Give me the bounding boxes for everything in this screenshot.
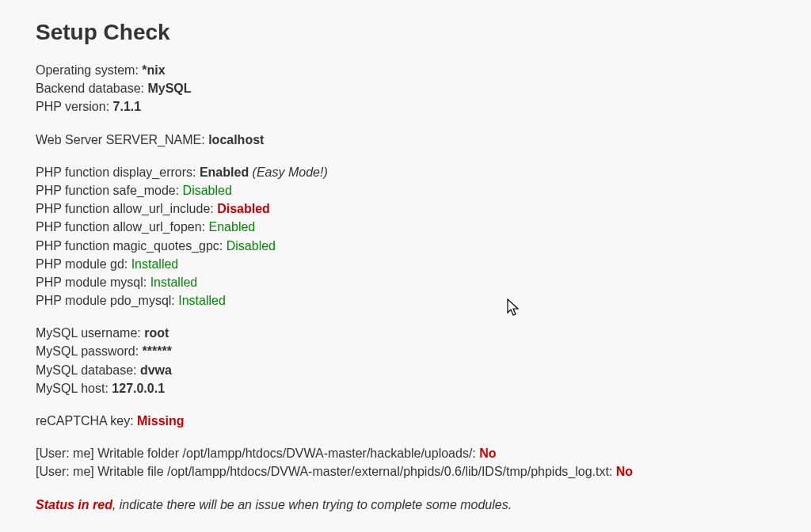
mysql-user-value: root (144, 326, 169, 340)
mysql-host-value: 127.0.0.1 (112, 382, 165, 395)
status-note: Status in red, indicate there will be an… (36, 496, 775, 514)
phpver-value: 7.1.1 (113, 100, 142, 113)
allow-url-include-value: Disabled (217, 202, 270, 215)
recaptcha-label: reCAPTCHA key: (36, 414, 137, 428)
recaptcha-block: reCAPTCHA key: Missing (36, 412, 775, 430)
allow-url-include-label: PHP function allow_url_include: (36, 202, 217, 215)
pdo-label: PHP module pdo_mysql: (36, 294, 178, 307)
mysql-db-label: MySQL database: (36, 363, 140, 377)
magic-quotes-value: Disabled (227, 239, 276, 253)
display-errors-value: Enabled (200, 165, 249, 179)
php-functions-block: PHP function display_errors: Enabled (Ea… (36, 163, 775, 310)
writable-block: [User: me] Writable folder /opt/lampp/ht… (36, 444, 775, 481)
db-value: MySQL (147, 82, 191, 95)
writable-folder-label: [User: me] Writable folder /opt/lampp/ht… (36, 446, 479, 460)
os-label: Operating system: (36, 63, 142, 77)
mysql-host-label: MySQL host: (36, 382, 112, 395)
servername-value: localhost (208, 133, 264, 146)
servername-label: Web Server SERVER_NAME: (36, 133, 208, 146)
db-label: Backend database: (36, 82, 147, 95)
mysql-mod-label: PHP module mysql: (36, 276, 150, 289)
writable-file-value: No (616, 465, 633, 478)
status-prefix: Status in red (36, 498, 112, 511)
allow-url-fopen-label: PHP function allow_url_fopen: (36, 220, 209, 234)
display-errors-note: (Easy Mode!) (249, 165, 328, 179)
display-errors-label: PHP function display_errors: (36, 165, 200, 179)
mysql-db-value: dvwa (140, 363, 172, 377)
mysql-pass-label: MySQL password: (36, 344, 143, 358)
phpver-label: PHP version: (36, 100, 113, 113)
writable-file-label: [User: me] Writable file /opt/lampp/htdo… (36, 465, 616, 478)
gd-value: Installed (131, 257, 179, 271)
system-info-block: Operating system: *nix Backend database:… (36, 61, 775, 116)
mysql-mod-value: Installed (150, 276, 198, 289)
mysql-block: MySQL username: root MySQL password: ***… (36, 324, 775, 397)
recaptcha-value: Missing (137, 414, 185, 428)
status-rest: , indicate there will be an issue when t… (112, 498, 512, 511)
os-value: *nix (142, 63, 165, 77)
safe-mode-value: Disabled (183, 184, 232, 197)
server-block: Web Server SERVER_NAME: localhost (36, 131, 775, 149)
gd-label: PHP module gd: (36, 257, 131, 271)
pdo-value: Installed (178, 294, 226, 307)
allow-url-fopen-value: Enabled (209, 220, 256, 234)
magic-quotes-label: PHP function magic_quotes_gpc: (36, 239, 227, 253)
writable-folder-value: No (479, 446, 496, 460)
page-title: Setup Check (36, 20, 775, 45)
safe-mode-label: PHP function safe_mode: (36, 184, 183, 197)
mysql-pass-value: ****** (143, 344, 172, 358)
mysql-user-label: MySQL username: (36, 326, 144, 340)
